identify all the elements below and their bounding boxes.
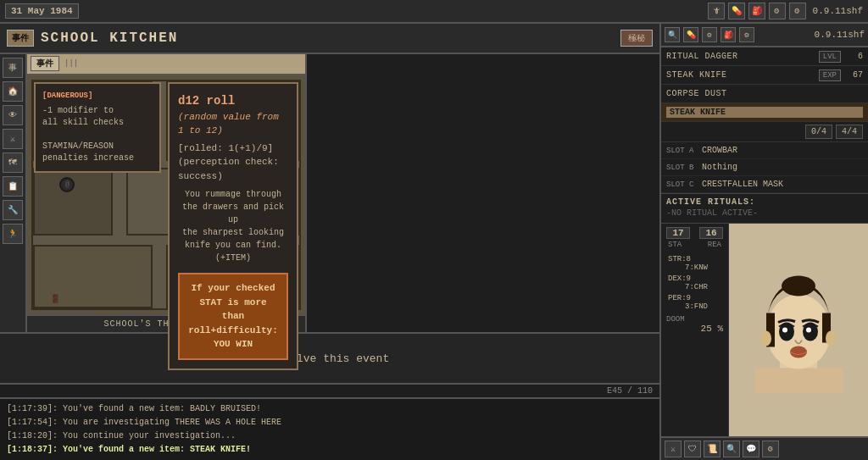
- right-top-bar: 🔍 💊 ⚙ 🎒 ⚙ 0.9.11shf: [661, 24, 868, 47]
- right-icon-1[interactable]: 🔍: [665, 27, 680, 42]
- currency-display: 0.9.11shf: [813, 6, 863, 16]
- svg-point-9: [782, 328, 787, 333]
- right-panel: 🔍 💊 ⚙ 🎒 ⚙ 0.9.11shf RITUAL DAGGER LVL 6 …: [661, 24, 868, 460]
- sidebar-icon-3[interactable]: 👁: [3, 105, 23, 125]
- danger-title: [DANGEROUS]: [42, 91, 153, 102]
- sidebar-icon-5[interactable]: 🗺: [3, 152, 23, 173]
- resolve-area[interactable]: resolve this event: [0, 332, 659, 383]
- svg-rect-2: [754, 369, 843, 394]
- left-panel: 事件 SCHOOL KITCHEN 極秘 事 🏠 👁 ⚔ 🗺 📋 🔧 🏃: [0, 24, 661, 460]
- doom-pct: 25 %: [666, 324, 723, 334]
- slot-c-value: CRESTFALLEN MASK: [702, 180, 783, 189]
- counter2: 4/4: [836, 125, 863, 139]
- health-icon[interactable]: 💊: [728, 3, 745, 19]
- svg-point-13: [826, 331, 836, 346]
- slot-c[interactable]: SLOT C CRESTFALLEN MASK: [661, 176, 868, 193]
- doom-bar: DOOM: [666, 315, 723, 324]
- log-line1: [1:17:39]: You've found a new item: BADL…: [7, 402, 653, 416]
- slot-a-value: CROWBAR: [702, 146, 737, 155]
- danger-line4: penalties increase: [42, 152, 153, 164]
- bottom-actions: ⚔ 🛡 📜 🔍 💬 ⚙: [661, 436, 868, 460]
- action-icon-5[interactable]: 💬: [743, 441, 760, 457]
- danger-line2: all skill checks: [42, 117, 153, 129]
- doom-label: DOOM: [666, 315, 685, 324]
- slot-a[interactable]: SLOT A CROWBAR: [661, 142, 868, 159]
- items-icon[interactable]: 🎒: [748, 3, 765, 19]
- log-line4: [1:18:37]: You've found a new item: STEA…: [7, 443, 653, 457]
- danger-line3: STAMINA/REASON: [42, 141, 153, 152]
- location-right: 極秘: [620, 30, 653, 47]
- inv-item-ritual-dagger[interactable]: RITUAL DAGGER LVL 6: [661, 47, 868, 66]
- roll-popup: d12 roll (random value from 1 to 12) [ro…: [168, 82, 298, 370]
- counter1: 0/4: [805, 125, 832, 139]
- sidebar-icon-4[interactable]: ⚔: [3, 129, 23, 149]
- right-icon-3[interactable]: ⚙: [702, 27, 717, 42]
- sta-val: 17: [666, 227, 690, 239]
- inv-counter: 0/4 4/4: [661, 122, 868, 142]
- log-area: [1:17:39]: You've found a new item: BADL…: [0, 397, 659, 460]
- slot-b[interactable]: SLOT B Nothing: [661, 159, 868, 176]
- top-bar: 31 May 1984 🗡 💊 🎒 ⚙ ⚙ 0.9.11shf: [0, 0, 868, 24]
- rituals-value: -NO RITUAL ACTIVE-: [666, 207, 863, 219]
- slot-c-label: SLOT C: [666, 180, 702, 189]
- right-icon-5[interactable]: ⚙: [739, 27, 754, 42]
- svg-point-11: [790, 346, 807, 358]
- svg-point-12: [761, 331, 771, 346]
- roll-desc1: You rummage through the drawers and pick…: [182, 190, 284, 224]
- item-badge-1: EXP: [819, 69, 841, 81]
- shf-display: 0.9.11shf: [815, 30, 865, 40]
- right-icon-4[interactable]: 🎒: [721, 27, 736, 42]
- char-portrait: [729, 224, 868, 436]
- equip-section: SLOT A CROWBAR SLOT B Nothing SLOT C CRE…: [661, 142, 868, 194]
- content-area: 事 🏠 👁 ⚔ 🗺 📋 🔧 🏃 事件 |||: [0, 54, 659, 332]
- floor-panel: 事件 |||: [27, 54, 307, 332]
- settings-icon[interactable]: ⚙: [789, 3, 806, 19]
- dex-stat: DEX:9 7:CHR: [666, 274, 723, 292]
- tooltip-overlay: [DANGEROUS] -1 modifier to all skill che…: [27, 75, 305, 314]
- coords-bar: E45 / 110: [0, 383, 659, 397]
- char-area: 17 16 STA REA STR:8 7:KNW DEX:9 7:CHR: [661, 224, 868, 436]
- char-stats: 17 16 STA REA STR:8 7:KNW DEX:9 7:CHR: [661, 224, 729, 436]
- action-icon-1[interactable]: ⚔: [665, 441, 682, 457]
- inv-item-steak-knife-2[interactable]: STEAK KNIFE: [661, 103, 868, 122]
- action-icon-6[interactable]: ⚙: [762, 441, 779, 457]
- inv-item-steak-knife-1[interactable]: STEAK KNIFE EXP 67: [661, 66, 868, 85]
- right-icon-2[interactable]: 💊: [683, 27, 698, 42]
- sidebar-icon-8[interactable]: 🏃: [3, 224, 23, 244]
- item-name-ritual-dagger: RITUAL DAGGER: [666, 52, 814, 61]
- action-icon-2[interactable]: 🛡: [684, 441, 701, 457]
- action-icon-4[interactable]: 🔍: [723, 441, 740, 457]
- location-header: 事件 SCHOOL KITCHEN 極秘: [0, 24, 659, 54]
- roll-desc3: (+ITEM): [215, 253, 251, 263]
- top-bar-right: 🗡 💊 🎒 ⚙ ⚙ 0.9.11shf: [708, 3, 863, 19]
- action-icon-3[interactable]: 📜: [704, 441, 721, 457]
- sidebar-icon-7[interactable]: 🔧: [3, 200, 23, 220]
- item-val-1: 67: [846, 70, 863, 80]
- gear-icon[interactable]: ⚙: [769, 3, 786, 19]
- roll-title: d12 roll: [178, 92, 288, 110]
- sta-label: STA: [668, 241, 682, 249]
- log-line3: [1:18:20]: You continue your investigati…: [7, 430, 653, 443]
- sidebar-icons: 事 🏠 👁 ⚔ 🗺 📋 🔧 🏃: [0, 54, 27, 332]
- floor-tab-active[interactable]: 事件: [31, 56, 59, 71]
- main-layout: 事件 SCHOOL KITCHEN 極秘 事 🏠 👁 ⚔ 🗺 📋 🔧 🏃: [0, 24, 868, 460]
- location-name: SCHOOL KITCHEN: [41, 30, 178, 46]
- roll-check: (perception check: success): [178, 155, 288, 183]
- floor-plan: @ 🪑 🗃 🚪 📦 [DANGEROUS] -1 modifier to: [27, 75, 305, 314]
- sidebar-icon-1[interactable]: 事: [3, 58, 23, 78]
- sidebar-icon-2[interactable]: 🏠: [3, 81, 23, 102]
- slot-b-label: SLOT B: [666, 163, 702, 172]
- item-val-0: 6: [846, 52, 863, 61]
- item-badge-0: LVL: [819, 51, 841, 63]
- slot-a-label: SLOT A: [666, 147, 702, 155]
- date-display: 31 May 1984: [5, 3, 79, 19]
- str-stat: STR:8 7:KNW: [666, 254, 723, 273]
- inv-item-corpse-dust[interactable]: CORPSE DUST: [661, 85, 868, 103]
- rituals-section: ACTIVE RITUALS: -NO RITUAL ACTIVE-: [661, 194, 868, 224]
- roll-desc2: the sharpest looking knife you can find.: [182, 228, 284, 250]
- item-name-steak-knife-2: STEAK KNIFE: [666, 107, 863, 118]
- log-line2: [1:17:54]: You are investigating THERE W…: [7, 416, 653, 430]
- item-name-corpse-dust: CORPSE DUST: [666, 89, 863, 98]
- sidebar-icon-6[interactable]: 📋: [3, 176, 23, 197]
- dagger-icon[interactable]: 🗡: [708, 3, 725, 19]
